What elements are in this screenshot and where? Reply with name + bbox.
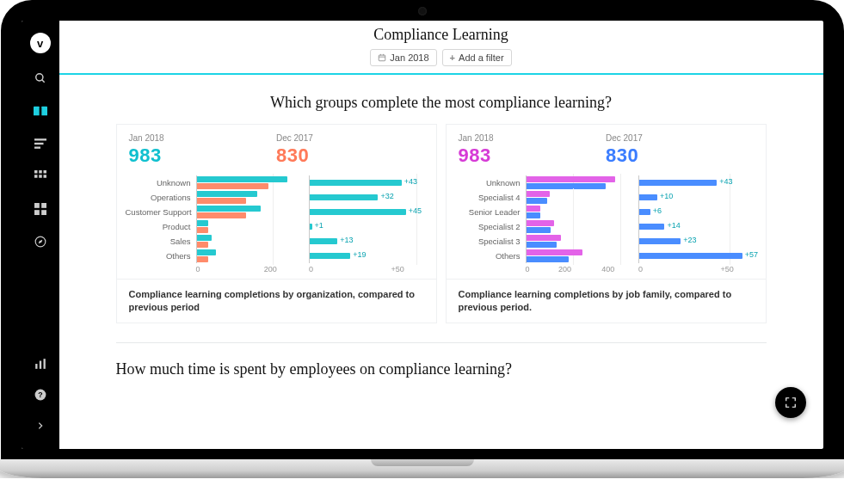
fullscreen-fab[interactable] <box>775 387 806 418</box>
stat-value: 830 <box>276 144 424 167</box>
stat-period: Dec 2017 <box>276 133 424 143</box>
chart-bar <box>527 176 616 182</box>
library-icon[interactable] <box>32 103 49 119</box>
stat-period: Dec 2017 <box>606 133 754 143</box>
chart-bar <box>310 180 402 186</box>
stat-value: 983 <box>459 144 607 167</box>
chart-bar <box>310 238 337 244</box>
chart-track: +1 <box>309 219 427 234</box>
chart-track: +10 <box>638 190 756 205</box>
page-header: Compliance Learning Jan 2018 + Add a fil… <box>59 21 823 75</box>
chart-org-delta: +43+32+45+1+13+190+50 <box>300 175 427 274</box>
calendar-icon <box>378 53 386 62</box>
chart-bar <box>527 227 551 233</box>
chart-bar <box>639 224 664 230</box>
chart-bar <box>310 194 378 200</box>
chart-value-label: +1 <box>315 221 323 230</box>
chart-bar <box>197 191 258 197</box>
chart-row-label: Sales <box>126 237 196 246</box>
chart-row: Unknown <box>126 175 296 190</box>
chart-track: +57 <box>638 249 756 263</box>
chart-row: Sales <box>126 234 296 249</box>
apps-icon[interactable] <box>32 201 49 217</box>
chart-bar <box>310 224 311 230</box>
content-scroll[interactable]: Which groups complete the most complianc… <box>59 75 823 449</box>
chart-row-label: Customer Support <box>126 207 196 217</box>
chart-track <box>526 234 625 249</box>
svg-rect-4 <box>34 138 46 140</box>
compass-icon[interactable] <box>32 234 49 249</box>
date-filter-chip[interactable]: Jan 2018 <box>370 49 436 66</box>
chart-bar <box>197 249 216 255</box>
grid-icon[interactable] <box>32 169 49 184</box>
chart-track <box>196 249 296 263</box>
svg-rect-8 <box>39 170 42 174</box>
chart-bar <box>197 256 208 262</box>
chart-bar <box>197 198 246 204</box>
chart-row: Specialist 4 <box>455 190 625 205</box>
chart-bar <box>639 209 650 215</box>
chart-track <box>526 249 625 263</box>
main-panel: Compliance Learning Jan 2018 + Add a fil… <box>59 21 823 449</box>
chart-bar <box>527 242 557 248</box>
stat-value: 983 <box>129 144 277 167</box>
question-2: How much time is spent by employees on c… <box>116 359 767 386</box>
svg-rect-3 <box>41 107 47 116</box>
fullscreen-icon <box>785 396 797 409</box>
svg-text:?: ? <box>38 390 42 399</box>
chart-track: +14 <box>638 219 756 234</box>
chart-row: Senior Leader <box>455 205 625 219</box>
svg-rect-14 <box>41 203 46 208</box>
chart-track <box>196 190 296 205</box>
chart-row: Product <box>126 219 296 234</box>
chart-row: +1 <box>300 219 427 234</box>
chart-value-label: +45 <box>409 206 422 215</box>
chart-row: +10 <box>630 190 756 205</box>
chart-value-label: +43 <box>719 177 732 186</box>
collapse-icon[interactable] <box>32 418 49 433</box>
stat-period: Jan 2018 <box>129 133 277 143</box>
chart-track <box>196 219 296 234</box>
chart-row-label: Unknown <box>126 178 196 187</box>
page-title: Compliance Learning <box>59 26 823 44</box>
chart-track: +13 <box>309 234 427 249</box>
chart-row-label: Others <box>455 251 526 261</box>
chart-track <box>526 205 625 219</box>
chart-value-label: +43 <box>404 177 417 186</box>
chart-bar <box>197 206 262 212</box>
chart-bar <box>527 183 607 189</box>
svg-rect-16 <box>41 210 46 215</box>
chart-row: +43 <box>630 175 756 190</box>
chart-row-label: Specialist 4 <box>455 193 526 202</box>
stat-period: Jan 2018 <box>459 133 607 143</box>
analytics-icon[interactable] <box>32 356 49 372</box>
chart-bar <box>527 235 562 241</box>
chart-bar <box>639 253 742 259</box>
chart-row: Others <box>126 249 296 263</box>
chart-row: +45 <box>300 205 427 219</box>
list-icon[interactable] <box>32 136 49 151</box>
chart-row: +13 <box>300 234 427 249</box>
app-logo[interactable]: v <box>30 33 51 53</box>
chart-row-label: Product <box>126 222 196 231</box>
help-icon[interactable]: ? <box>32 387 49 403</box>
svg-rect-13 <box>34 203 40 208</box>
chart-bar <box>527 198 548 204</box>
chart-org-current: UnknownOperationsCustomer SupportProduct… <box>126 175 296 274</box>
svg-rect-15 <box>34 210 40 215</box>
chart-track: +32 <box>309 190 427 205</box>
chart-bar <box>527 220 555 226</box>
chart-track: +19 <box>309 249 427 263</box>
chart-value-label: +23 <box>683 236 696 244</box>
chart-value-label: +14 <box>667 221 680 230</box>
svg-rect-21 <box>43 359 45 369</box>
chart-track <box>196 234 296 249</box>
chart-track: +23 <box>638 234 756 249</box>
chart-row: Operations <box>126 190 296 205</box>
search-icon[interactable] <box>32 71 49 86</box>
app-screen: v <box>22 21 823 449</box>
chart-row: +14 <box>630 219 756 234</box>
chart-row: Specialist 2 <box>455 219 625 234</box>
chart-row-label: Specialist 3 <box>455 237 526 246</box>
add-filter-chip[interactable]: + Add a filter <box>442 49 512 66</box>
